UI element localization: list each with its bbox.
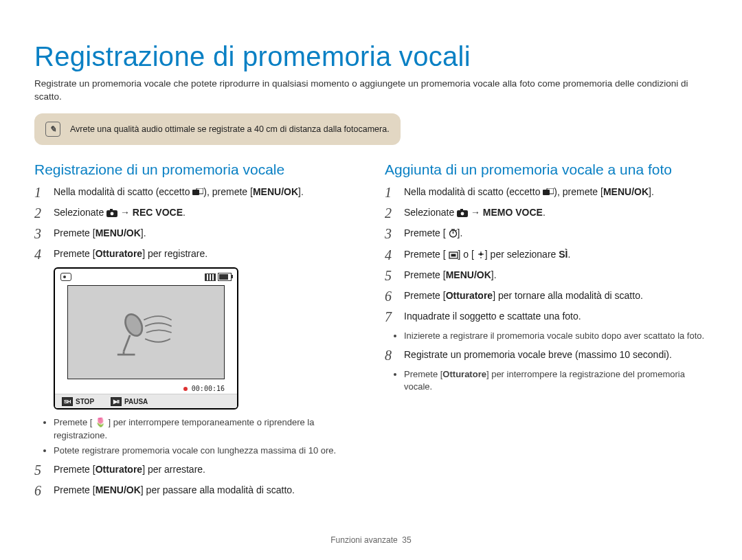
camera-icon bbox=[457, 207, 468, 221]
step-number: 2 bbox=[385, 205, 396, 221]
right-heading: Aggiunta di un promemoria vocale a una f… bbox=[385, 161, 708, 178]
step-3: 3 Premete [MENU/OK]. bbox=[34, 226, 357, 241]
svg-point-13 bbox=[461, 212, 464, 216]
left-steps: 1 Nella modalità di scatto (eccetto ), p… bbox=[34, 185, 357, 262]
stop-icon: SH bbox=[62, 397, 73, 406]
button-label: Otturatore bbox=[95, 248, 142, 259]
step-text: Premete [ bbox=[404, 227, 446, 238]
step-text: ] per tornare alla modalità di scatto. bbox=[493, 290, 643, 301]
svg-rect-18 bbox=[451, 254, 456, 256]
menu-target: MEMO VOCE bbox=[483, 207, 543, 218]
svg-rect-0 bbox=[192, 190, 199, 195]
left-column: Registrazione di un promemoria vocale 1 … bbox=[34, 161, 357, 504]
step-5: 5 Premete [Otturatore] per arrestare. bbox=[34, 462, 357, 478]
recording-time: 00:00:16 bbox=[192, 385, 225, 392]
step-text: Nella modalità di scatto (eccetto bbox=[404, 186, 543, 197]
play-pause-icon: ▶II bbox=[111, 397, 122, 406]
step-number: 7 bbox=[385, 309, 396, 324]
step-1: 1 Nella modalità di scatto (eccetto ), p… bbox=[385, 185, 708, 200]
step-text: Premete [ bbox=[404, 269, 446, 280]
step-text: Nella modalità di scatto (eccetto bbox=[54, 186, 192, 197]
step4-notes: Premete [ 🌷 ] per interrompere temporane… bbox=[54, 416, 357, 457]
list-item: Premete [ 🌷 ] per interrompere temporane… bbox=[54, 416, 357, 441]
step-number: 1 bbox=[385, 185, 396, 200]
svg-rect-3 bbox=[110, 209, 113, 211]
note-icon: ✎ bbox=[45, 122, 60, 137]
right-steps-cont: 8 Registrate un promemoria vocale breve … bbox=[385, 348, 708, 363]
bullet-text: Premete [ bbox=[404, 369, 442, 379]
step-number: 5 bbox=[34, 462, 45, 478]
svg-point-5 bbox=[122, 311, 145, 338]
step-number: 1 bbox=[34, 185, 45, 200]
step-number: 2 bbox=[34, 205, 45, 221]
right-steps: 1 Nella modalità di scatto (eccetto ), p… bbox=[385, 185, 708, 324]
step-text: ), premete [ bbox=[203, 186, 253, 197]
button-label: MENU/OK bbox=[603, 186, 649, 197]
step-8: 8 Registrate un promemoria vocale breve … bbox=[385, 348, 708, 363]
screen-status-bar bbox=[60, 273, 232, 281]
step-2: 2 Selezionate → REC VOCE. bbox=[34, 205, 357, 221]
softkey-label: PAUSA bbox=[124, 398, 148, 405]
softkey-pause: ▶II PAUSA bbox=[111, 397, 148, 406]
step-text: ]. bbox=[141, 227, 146, 238]
step-number: 6 bbox=[385, 289, 396, 304]
step-text: ] per arrestare. bbox=[142, 464, 205, 475]
step-text: ]. bbox=[649, 186, 654, 197]
step-text: Premete [ bbox=[54, 227, 95, 238]
timer-icon bbox=[449, 227, 458, 241]
step-3: 3 Premete [ ]. bbox=[385, 226, 708, 241]
page-title: Registrazione di promemoria vocali bbox=[34, 41, 708, 72]
step-number: 4 bbox=[385, 247, 396, 262]
dual-mode-icon bbox=[192, 186, 203, 200]
step-text: . bbox=[543, 207, 546, 218]
step-text: ] per selezionare bbox=[485, 249, 559, 260]
step-text: Premete [ bbox=[404, 290, 446, 301]
button-label: Otturatore bbox=[446, 290, 493, 301]
svg-line-6 bbox=[124, 335, 130, 352]
svg-point-4 bbox=[111, 212, 114, 216]
footer-section: Funzioni avanzate bbox=[330, 535, 397, 545]
note-text: Avrete una qualità audio ottimale se reg… bbox=[70, 124, 390, 134]
step-text: . bbox=[567, 249, 570, 260]
softkey-label: STOP bbox=[76, 398, 94, 405]
step-text: . bbox=[183, 207, 186, 218]
step-text: ]. bbox=[458, 227, 463, 238]
step-4: 4 Premete [ ] o [ ] per selezionare SÌ. bbox=[385, 247, 708, 262]
step-text: Selezionate bbox=[404, 207, 457, 218]
dual-mode-icon bbox=[543, 186, 554, 200]
step8-notes: Premete [Otturatore] per interrompere la… bbox=[404, 368, 708, 393]
signal-icon bbox=[205, 273, 216, 281]
step-6: 6 Premete [MENU/OK] per passare alla mod… bbox=[34, 483, 357, 498]
step-text: ] per passare alla modalità di scatto. bbox=[141, 484, 295, 495]
svg-point-19 bbox=[480, 253, 482, 256]
option-value: SÌ bbox=[559, 249, 567, 260]
softkey-stop: SH STOP bbox=[62, 397, 94, 406]
macro-flower-icon bbox=[477, 249, 485, 262]
list-item: Inizierete a registrare il promemoria vo… bbox=[404, 330, 708, 342]
step-2: 2 Selezionate → MEMO VOCE. bbox=[385, 205, 708, 221]
step-text: Premete [ bbox=[404, 249, 446, 260]
button-label: Otturatore bbox=[95, 464, 142, 475]
list-item: Premete [Otturatore] per interrompere la… bbox=[404, 368, 708, 393]
camera-icon bbox=[106, 207, 117, 221]
step-text: Registrate un promemoria vocale breve (m… bbox=[404, 348, 708, 363]
button-label: MENU/OK bbox=[95, 227, 141, 238]
step-text: ]. bbox=[298, 186, 304, 197]
step-text: Inquadrate il soggetto e scattate una fo… bbox=[404, 309, 708, 324]
page-footer: Funzioni avanzate 35 bbox=[0, 535, 742, 545]
content-columns: Registrazione di un promemoria vocale 1 … bbox=[34, 161, 708, 504]
step-text: Premete [ bbox=[54, 484, 95, 495]
step-number: 3 bbox=[34, 226, 45, 241]
step7-notes: Inizierete a registrare il promemoria vo… bbox=[404, 330, 708, 342]
step-4: 4 Premete [Otturatore] per registrare. bbox=[34, 247, 357, 262]
microphone-icon bbox=[109, 298, 184, 367]
button-label: MENU/OK bbox=[95, 484, 141, 495]
recording-time-row: 00:00:16 bbox=[183, 385, 225, 392]
step-7: 7 Inquadrate il soggetto e scattate una … bbox=[385, 309, 708, 324]
step-text: ]. bbox=[491, 269, 497, 280]
step-number: 6 bbox=[34, 483, 45, 498]
step-number: 4 bbox=[34, 247, 45, 262]
step-text: Premete [ bbox=[54, 464, 95, 475]
step-text: → bbox=[468, 207, 483, 218]
manual-page: Registrazione di promemoria vocali Regis… bbox=[0, 0, 742, 560]
